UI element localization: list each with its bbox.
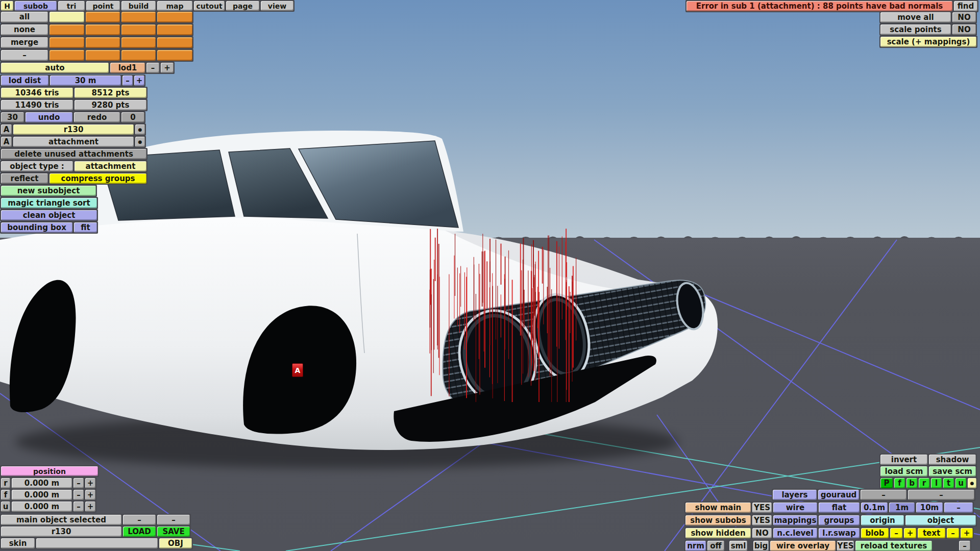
viewport-3d[interactable] [0,0,980,551]
lod-dist-plus-button[interactable]: + [134,76,144,86]
blob-minus-button[interactable]: – [890,528,902,538]
magic-triangle-sort-button[interactable]: magic triangle sort [1,198,97,208]
text-button[interactable]: text [918,528,945,538]
palette-cell[interactable] [121,50,156,61]
flag-l-button[interactable]: l [931,478,942,488]
flag-t-button[interactable]: t [943,478,954,488]
file-name-field[interactable]: r130 [1,527,121,537]
reload-textures-button[interactable]: reload textures [855,541,932,551]
shadow-button[interactable]: shadow [929,455,976,465]
palette-cell[interactable] [86,37,120,48]
flag-r-button[interactable]: r [919,478,929,488]
move-all-toggle[interactable]: NO [952,12,976,22]
object-dot-button[interactable]: ● [135,124,145,135]
tab-subob[interactable]: subob [15,1,57,11]
attachment-marker[interactable]: A [292,363,303,377]
object-name-main[interactable]: r130 [13,124,134,135]
tab-view[interactable]: view [261,1,293,11]
object-tag[interactable]: A [1,124,12,135]
object-tag[interactable]: A [1,137,12,147]
groups-button[interactable]: groups [819,515,860,525]
mappings-button[interactable]: mappings [773,515,817,525]
tab-point[interactable]: point [86,1,120,11]
axis-f-value[interactable]: 0.000 m [12,490,72,500]
palette-cell[interactable] [157,37,192,48]
wire-overlay-button[interactable]: wire overlay [770,541,836,551]
move-all-button[interactable]: move all [880,12,951,22]
lod-level-button[interactable]: lod1 [110,63,145,73]
object-dot-button[interactable]: ● [135,137,145,147]
dash-button[interactable]: – [908,490,974,500]
lod-minus-button[interactable]: – [146,63,159,73]
lod-plus-button[interactable]: + [161,63,174,73]
axis-u-plus-button[interactable]: + [85,502,95,512]
axis-r-value[interactable]: 0.000 m [12,478,72,488]
undo-button[interactable]: undo [26,112,72,122]
axis-u-value[interactable]: 0.000 m [12,502,72,512]
dash-button[interactable]: – [123,515,156,525]
axis-r-plus-button[interactable]: + [85,478,95,488]
layers-button[interactable]: layers [773,490,817,500]
object-type-value[interactable]: attachment [75,161,146,171]
find-button[interactable]: find [954,1,977,11]
flag-u-button[interactable]: u [955,478,966,488]
skin-button[interactable]: skin [1,538,35,548]
flag-dot-button[interactable]: ● [968,478,976,488]
wire-button[interactable]: wire [773,503,817,513]
new-subobject-button[interactable]: new subobject [1,186,96,196]
flat-button[interactable]: flat [819,503,860,513]
text-minus-button[interactable]: – [947,528,959,538]
show-main-toggle[interactable]: YES [752,503,772,513]
palette-cell[interactable] [157,50,192,61]
lr-swap-button[interactable]: l.r.swap [819,528,860,538]
text-plus-button[interactable]: + [961,528,973,538]
grid-10m-button[interactable]: 10m [916,503,943,513]
palette-cell[interactable] [121,12,156,22]
axis-u-minus-button[interactable]: – [74,502,84,512]
select-none-button[interactable]: none [1,24,48,35]
palette-cell[interactable] [121,24,156,35]
clean-object-button[interactable]: clean object [1,210,97,220]
lod-dist-value[interactable]: 30 m [50,76,121,86]
obj-export-button[interactable]: OBJ [159,538,192,548]
nc-level-button[interactable]: n.c.level [773,528,817,538]
show-hidden-button[interactable]: show hidden [685,528,751,538]
select-all-button[interactable]: all [1,12,48,22]
compress-groups-button[interactable]: compress groups [50,173,146,184]
tab-h[interactable]: H [1,1,13,11]
show-hidden-toggle[interactable]: NO [752,528,772,538]
tab-map[interactable]: map [157,1,192,11]
lod-auto-button[interactable]: auto [1,63,109,73]
nrm-button[interactable]: nrm [685,541,706,551]
show-subobs-toggle[interactable]: YES [752,515,772,525]
gouraud-button[interactable]: gouraud [818,490,859,500]
palette-cell[interactable] [86,50,120,61]
palette-cell[interactable] [121,37,156,48]
grid-dash-button[interactable]: – [944,503,973,513]
minus-select-button[interactable]: – [1,50,48,61]
blob-plus-button[interactable]: + [904,528,916,538]
palette-cell[interactable] [50,50,84,61]
axis-f-minus-button[interactable]: – [74,490,84,500]
palette-cell-selected[interactable] [50,12,84,22]
palette-cell[interactable] [157,12,192,22]
merge-button[interactable]: merge [1,37,48,48]
nrm-big-button[interactable]: big [753,541,769,551]
object-name-attachment[interactable]: attachment [13,137,134,147]
nrm-off-button[interactable]: off [707,541,724,551]
delete-unused-attachments-button[interactable]: delete unused attachments [1,149,146,159]
grid-1m-button[interactable]: 1m [889,503,915,513]
blob-button[interactable]: blob [861,528,889,538]
palette-cell[interactable] [50,37,84,48]
lod-dist-minus-button[interactable]: – [122,76,133,86]
dash-button[interactable]: – [157,515,190,525]
show-main-button[interactable]: show main [685,503,751,513]
palette-cell[interactable] [157,24,192,35]
fit-button[interactable]: fit [74,222,97,233]
dash-button[interactable]: – [861,490,906,500]
flag-b-button[interactable]: b [906,478,917,488]
axis-f-plus-button[interactable]: + [85,490,95,500]
dash-button[interactable]: – [959,541,970,551]
load-scm-button[interactable]: load scm [880,466,927,477]
load-button[interactable]: LOAD [123,527,156,537]
